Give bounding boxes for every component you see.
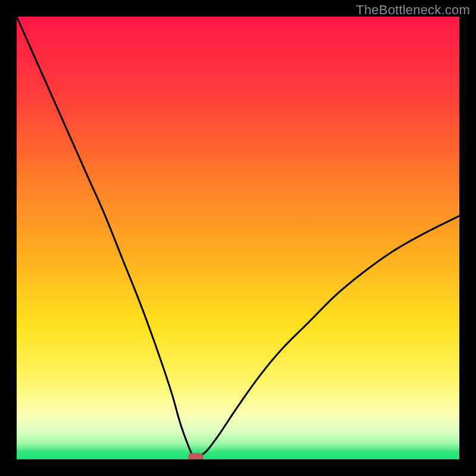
optimal-point-marker xyxy=(188,453,203,459)
background-gradient xyxy=(17,17,459,459)
svg-rect-0 xyxy=(17,17,459,459)
chart-frame: TheBottleneck.com xyxy=(0,0,476,476)
watermark-text: TheBottleneck.com xyxy=(356,2,470,18)
plot-area xyxy=(17,17,459,459)
